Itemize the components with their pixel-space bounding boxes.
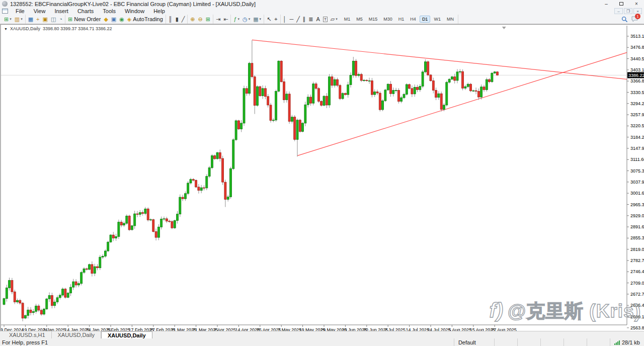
window-title: 1328552: EBCFinancialGroupKY-Live02 - EB… [10, 1, 256, 7]
tile-windows-button[interactable]: ⊞ [204, 15, 212, 23]
timeframe-h4-button[interactable]: H4 [408, 16, 419, 23]
data-window-icon: ◫ [51, 15, 56, 23]
menu-window[interactable]: Window [120, 8, 149, 15]
price-chart[interactable]: 3513.103476.803440.503403.103366.803330.… [1, 25, 644, 331]
periods-button-dropdown-arrow[interactable]: ▾ [249, 17, 251, 21]
svg-text:9 Dec 2024: 9 Dec 2024 [1, 327, 24, 331]
text-button[interactable]: A [315, 15, 321, 23]
minimize-button[interactable]: – [599, 0, 614, 8]
svg-text:27 Aug 2025: 27 Aug 2025 [491, 327, 517, 331]
menu-tools[interactable]: Tools [98, 8, 120, 15]
menu-insert[interactable]: Insert [50, 8, 73, 15]
website-globe-button[interactable]: ◉ [118, 15, 126, 23]
autotrading-button-label: AutoTrading [133, 16, 163, 22]
svg-text:14 Jul 2025: 14 Jul 2025 [406, 327, 430, 331]
periods-button[interactable]: ◷▾ [241, 15, 252, 23]
website-globe-icon: ◉ [119, 15, 124, 23]
label-button[interactable]: T [321, 15, 329, 23]
timeframe-mn-button[interactable]: MN [444, 16, 456, 23]
templates-button[interactable]: ▦▾ [252, 15, 263, 23]
toolbox-button[interactable]: ▣ [41, 15, 49, 23]
zoom-in-button[interactable]: ⊕ [189, 15, 196, 23]
autotrading-button[interactable]: ◈AutoTrading [126, 15, 165, 23]
timeframe-d1-button[interactable]: D1 [420, 16, 431, 23]
notifications-icon[interactable]: 1 [629, 15, 639, 23]
indicators-button-dropdown-arrow[interactable]: ▾ [238, 17, 240, 21]
status-help-text: For Help, press F1 [0, 338, 454, 346]
new-chart-button[interactable]: ⊞▾ [3, 15, 13, 23]
vertical-line-button[interactable]: │ [282, 15, 288, 23]
gold-ingot-icon-button[interactable]: ◆ [102, 15, 109, 23]
svg-text:2 Jan 2025: 2 Jan 2025 [43, 327, 66, 331]
profile-selector[interactable]: Default [454, 338, 495, 346]
svg-text:2746.40: 2746.40 [630, 269, 644, 274]
line-chart-button[interactable]: ╱ [180, 15, 187, 23]
text-icon: A [316, 15, 320, 23]
timeframe-m30-button[interactable]: M30 [381, 16, 395, 23]
data-window-button[interactable]: ◫ [49, 15, 57, 23]
svg-text:2709.00: 2709.00 [630, 281, 644, 286]
web-terminal-button[interactable]: ▣ [110, 15, 118, 23]
chart-tab-2[interactable]: XAUUSD,Daily [101, 331, 152, 338]
svg-text:3220.50: 3220.50 [630, 123, 644, 128]
status-cell-empty [518, 338, 541, 346]
menu-help[interactable]: Help [149, 8, 170, 15]
timeframe-m1-button[interactable]: M1 [342, 16, 353, 23]
indicators-button[interactable]: ƒ▾ [232, 15, 241, 23]
chart-shift-button[interactable]: ⇤ [222, 15, 229, 23]
timeframe-h1-button[interactable]: H1 [396, 16, 407, 23]
chart-symbol-label: ▼ XAUUSD,Daily 3398.80 3399.37 3384.71 3… [4, 26, 112, 31]
svg-text:5 Aug 2025: 5 Aug 2025 [448, 327, 471, 331]
fibonacci-button[interactable]: ≣ [307, 15, 314, 23]
bar-chart-button[interactable]: ║ [167, 15, 174, 23]
profiles-button[interactable]: ▥▾ [13, 15, 24, 23]
svg-text:5 Feb 2025: 5 Feb 2025 [107, 327, 130, 331]
periods-icon: ◷ [243, 15, 248, 23]
chart-window-icon [2, 9, 8, 14]
toolbar: ⊞▾▥▾▦+▣◫◔⊞New Order◆▣◉◈AutoTrading║▮╱⊕⊖⊞… [0, 15, 644, 24]
new-chart-button-dropdown-arrow[interactable]: ▾ [10, 17, 12, 21]
symbol-name: XAUUSD,Daily [10, 26, 40, 31]
close-button[interactable]: × [629, 0, 644, 8]
profiles-button-dropdown-arrow[interactable]: ▾ [21, 17, 23, 21]
search-icon[interactable] [619, 15, 629, 23]
svg-text:3403.10: 3403.10 [630, 67, 644, 72]
svg-text:3330.50: 3330.50 [630, 90, 644, 95]
trendline-icon: ╱ [296, 15, 300, 23]
candlestick-chart-button[interactable]: ▮ [174, 15, 180, 23]
vertical-line-icon: │ [283, 15, 287, 23]
navigator-button[interactable]: + [35, 15, 41, 23]
shapes-button-dropdown-arrow[interactable]: ▾ [336, 17, 338, 21]
menu-charts[interactable]: Charts [73, 8, 98, 15]
shapes-button[interactable]: ▱▾ [329, 15, 339, 23]
market-watch-button[interactable]: ▦ [27, 15, 35, 23]
auto-scroll-button[interactable]: ⇥ [214, 15, 222, 23]
status-cell-empty [564, 338, 587, 346]
one-click-trading-toggle[interactable]: ▼ [4, 27, 8, 31]
new-chart-icon: ⊞ [4, 15, 9, 23]
svg-text:3075.30: 3075.30 [630, 168, 644, 174]
trendline-button[interactable]: ╱ [295, 15, 301, 23]
menu-view[interactable]: View [29, 8, 50, 15]
chart-shift-icon: ⇤ [223, 15, 228, 23]
horizontal-line-button[interactable]: ─ [288, 15, 295, 23]
cursor-button[interactable]: ↖ [265, 15, 273, 23]
child-restore-button[interactable]: ❐ [624, 8, 632, 14]
restore-button[interactable] [614, 0, 629, 8]
menu-file[interactable]: File [11, 8, 29, 15]
crosshair-button[interactable]: ⌖ [273, 15, 279, 23]
new-order-button[interactable]: ⊞New Order [66, 15, 102, 23]
restore-icon [619, 2, 623, 6]
chart-tab-0[interactable]: XAUUSD.s,H1 [3, 331, 52, 338]
svg-text:2782.70: 2782.70 [630, 258, 644, 263]
zoom-out-button[interactable]: ⊖ [197, 15, 204, 23]
timeframe-w1-button[interactable]: W1 [431, 16, 443, 23]
chart-tab-1[interactable]: XAUUSD,Daily [52, 331, 101, 338]
equidistant-channel-button[interactable]: ∥ [301, 15, 307, 23]
strategy-tester-button[interactable]: ◔ [57, 15, 64, 23]
child-minimize-button[interactable]: – [614, 8, 623, 14]
svg-text:3147.90: 3147.90 [630, 146, 644, 151]
templates-button-dropdown-arrow[interactable]: ▾ [260, 17, 262, 21]
timeframe-m15-button[interactable]: M15 [366, 16, 380, 23]
timeframe-m5-button[interactable]: M5 [354, 16, 365, 23]
